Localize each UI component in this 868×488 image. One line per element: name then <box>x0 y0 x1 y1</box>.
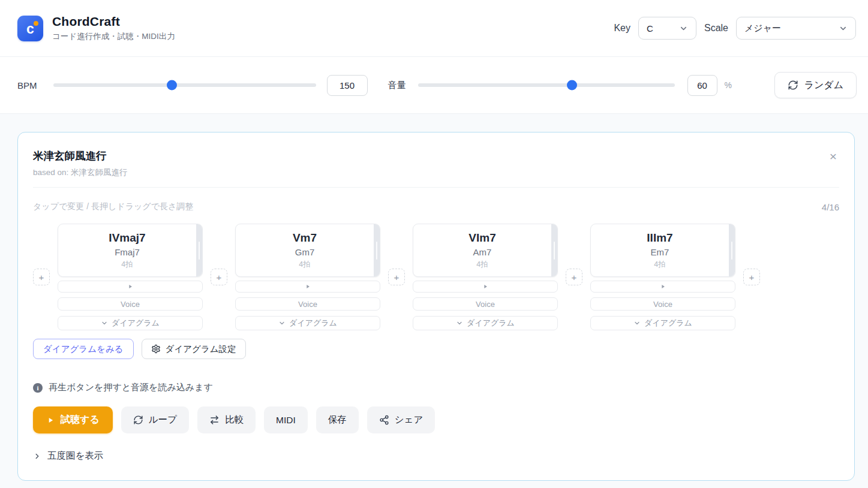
play-icon <box>482 284 488 290</box>
chord-diagram-toggle[interactable]: ダイアグラム <box>590 316 735 330</box>
chord-name: Am7 <box>473 247 492 257</box>
chord-column: IVmaj7 Fmaj7 4拍 Voice ダイアグラム <box>58 224 203 330</box>
chevron-down-icon <box>101 320 108 327</box>
chord-column: Vm7 Gm7 4拍 Voice ダイアグラム <box>235 224 380 330</box>
beat-counter: 4/16 <box>822 202 839 212</box>
chord-play-button[interactable] <box>413 281 558 293</box>
chord-card[interactable]: Vm7 Gm7 4拍 <box>235 224 380 277</box>
volume-label: 音量 <box>388 80 406 91</box>
chevron-down-icon <box>633 320 641 327</box>
chord-degree: Vm7 <box>293 231 317 245</box>
scale-select-value: メジャー <box>744 23 781 34</box>
random-button[interactable]: ランダム <box>774 72 857 98</box>
scale-select[interactable]: メジャー <box>736 17 856 40</box>
chevron-down-icon <box>839 24 848 33</box>
share-button[interactable]: シェア <box>367 406 435 433</box>
view-diagrams-button[interactable]: ダイアグラムをみる <box>33 339 134 359</box>
compare-button[interactable]: 比較 <box>197 406 256 433</box>
add-chord-button[interactable]: + <box>743 269 760 285</box>
chord-resize-handle[interactable] <box>196 224 202 276</box>
edit-hint: タップで変更 / 長押しドラッグで長さ調整 <box>33 201 193 212</box>
chord-diagram-toggle[interactable]: ダイアグラム <box>413 316 558 330</box>
chord-resize-handle[interactable] <box>374 224 380 276</box>
app-header: c ChordCraft コード進行作成・試聴・MIDI出力 Key C Sca… <box>0 0 868 57</box>
share-icon <box>379 415 389 425</box>
app-title: ChordCraft <box>52 14 175 29</box>
chord-name: Em7 <box>651 247 669 257</box>
chord-beats: 4拍 <box>121 260 133 270</box>
play-icon <box>46 416 55 424</box>
chord-voice-button[interactable]: Voice <box>590 297 735 311</box>
preview-play-button[interactable]: 試聴する <box>33 406 113 433</box>
bpm-input[interactable] <box>327 75 368 96</box>
chevron-down-icon <box>679 24 688 33</box>
volume-input[interactable] <box>687 75 717 96</box>
key-select[interactable]: C <box>638 17 696 40</box>
bpm-slider[interactable] <box>53 83 316 87</box>
chord-degree: IIIm7 <box>647 231 672 245</box>
chord-play-button[interactable] <box>590 281 735 293</box>
midi-export-button[interactable]: MIDI <box>264 406 308 433</box>
random-button-label: ランダム <box>804 79 844 92</box>
logo-dot <box>34 21 38 26</box>
chord-beats: 4拍 <box>654 260 665 270</box>
swap-arrows-icon <box>209 415 220 425</box>
volume-slider[interactable] <box>418 83 675 87</box>
chord-resize-handle[interactable] <box>551 224 557 276</box>
chord-row: + IVmaj7 Fmaj7 4拍 Voice ダイアグラム + <box>33 224 839 330</box>
gear-icon <box>151 344 161 354</box>
volume-unit: % <box>725 80 732 90</box>
chevron-down-icon <box>456 320 463 327</box>
chord-column: VIm7 Am7 4拍 Voice ダイアグラム <box>413 224 558 330</box>
app-logo-icon: c <box>17 16 43 41</box>
diagram-settings-button[interactable]: ダイアグラム設定 <box>142 339 246 359</box>
chord-degree: VIm7 <box>468 231 495 245</box>
loop-icon <box>133 415 143 425</box>
add-chord-button[interactable]: + <box>211 269 227 285</box>
chord-card[interactable]: VIm7 Am7 4拍 <box>413 224 558 277</box>
chord-name: Gm7 <box>295 247 315 257</box>
save-button[interactable]: 保存 <box>316 406 359 433</box>
chord-degree: IVmaj7 <box>109 231 145 245</box>
chevron-down-icon <box>278 320 286 327</box>
info-icon: i <box>33 383 43 393</box>
main-content: 米津玄師風進行 based on: 米津玄師風進行 × タップで変更 / 長押し… <box>0 114 868 481</box>
app-tagline: コード進行作成・試聴・MIDI出力 <box>52 31 175 42</box>
add-chord-button[interactable]: + <box>388 269 405 285</box>
chord-play-button[interactable] <box>58 281 203 293</box>
playback-controls-bar: BPM 音量 % ランダム <box>0 57 868 114</box>
chord-beats: 4拍 <box>476 260 488 270</box>
loop-button[interactable]: ループ <box>121 406 189 433</box>
add-chord-button[interactable]: + <box>566 269 582 285</box>
bpm-label: BPM <box>17 80 37 91</box>
close-icon[interactable]: × <box>827 149 839 164</box>
circle-of-fifths-toggle[interactable]: 五度圏を表示 <box>33 450 103 462</box>
chord-name: Fmaj7 <box>115 247 140 257</box>
key-label: Key <box>614 23 630 34</box>
progression-title: 米津玄師風進行 <box>33 149 128 163</box>
play-icon <box>305 284 311 290</box>
chord-play-button[interactable] <box>235 281 380 293</box>
chord-voice-button[interactable]: Voice <box>235 297 380 311</box>
chord-column: IIIm7 Em7 4拍 Voice ダイアグラム <box>590 224 735 330</box>
chord-beats: 4拍 <box>299 260 310 270</box>
chord-diagram-toggle[interactable]: ダイアグラム <box>235 316 380 330</box>
key-select-value: C <box>647 23 653 34</box>
scale-label: Scale <box>704 23 728 34</box>
bpm-slider-thumb[interactable] <box>167 80 177 91</box>
chord-resize-handle[interactable] <box>729 224 735 276</box>
chord-voice-button[interactable]: Voice <box>58 297 203 311</box>
progression-card: 米津玄師風進行 based on: 米津玄師風進行 × タップで変更 / 長押し… <box>17 132 855 481</box>
audio-load-notice: 再生ボタンを押すと音源を読み込みます <box>49 382 213 393</box>
chevron-right-icon <box>33 452 41 460</box>
progression-based-on: based on: 米津玄師風進行 <box>33 167 128 178</box>
volume-slider-thumb[interactable] <box>567 80 577 91</box>
add-chord-button[interactable]: + <box>33 269 50 285</box>
play-icon <box>127 284 133 290</box>
chord-diagram-toggle[interactable]: ダイアグラム <box>58 316 203 330</box>
chord-voice-button[interactable]: Voice <box>413 297 558 311</box>
divider <box>33 187 839 188</box>
play-icon <box>660 284 666 290</box>
chord-card[interactable]: IIIm7 Em7 4拍 <box>590 224 735 277</box>
chord-card[interactable]: IVmaj7 Fmaj7 4拍 <box>58 224 203 277</box>
